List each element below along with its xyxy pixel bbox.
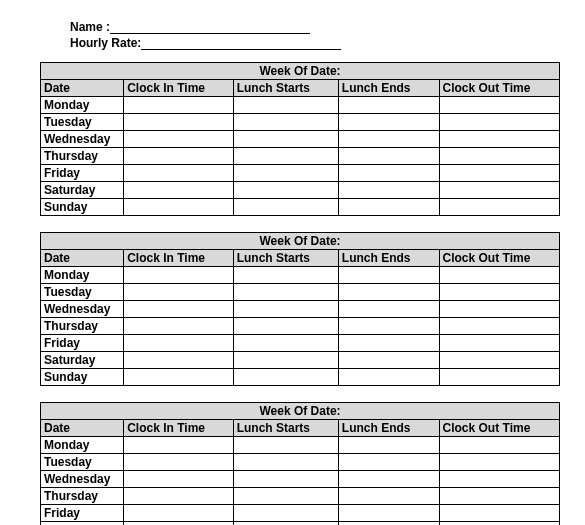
lunch-start-cell[interactable] [233, 488, 338, 505]
clock-out-cell[interactable] [439, 284, 559, 301]
table-row: Sunday [41, 199, 560, 216]
day-cell: Friday [41, 335, 124, 352]
day-cell: Monday [41, 267, 124, 284]
clock-in-cell[interactable] [124, 97, 233, 114]
lunch-end-cell[interactable] [338, 522, 439, 526]
table-row: Monday [41, 267, 560, 284]
table-row: Thursday [41, 148, 560, 165]
lunch-end-cell[interactable] [338, 369, 439, 386]
name-input-line[interactable] [110, 20, 310, 34]
lunch-start-cell[interactable] [233, 182, 338, 199]
lunch-end-cell[interactable] [338, 488, 439, 505]
clock-out-cell[interactable] [439, 165, 559, 182]
clock-out-cell[interactable] [439, 148, 559, 165]
lunch-end-cell[interactable] [338, 148, 439, 165]
lunch-end-cell[interactable] [338, 182, 439, 199]
day-cell: Tuesday [41, 284, 124, 301]
clock-in-cell[interactable] [124, 335, 233, 352]
clock-out-cell[interactable] [439, 471, 559, 488]
clock-out-cell[interactable] [439, 97, 559, 114]
lunch-end-cell[interactable] [338, 454, 439, 471]
day-cell: Wednesday [41, 471, 124, 488]
rate-input-line[interactable] [141, 36, 341, 50]
day-cell: Thursday [41, 488, 124, 505]
clock-out-cell[interactable] [439, 352, 559, 369]
lunch-end-cell[interactable] [338, 131, 439, 148]
table-row: Tuesday [41, 114, 560, 131]
clock-in-cell[interactable] [124, 369, 233, 386]
lunch-start-cell[interactable] [233, 318, 338, 335]
clock-in-cell[interactable] [124, 199, 233, 216]
clock-in-cell[interactable] [124, 454, 233, 471]
clock-out-cell[interactable] [439, 454, 559, 471]
lunch-start-cell[interactable] [233, 454, 338, 471]
day-cell: Thursday [41, 148, 124, 165]
lunch-end-cell[interactable] [338, 352, 439, 369]
lunch-start-cell[interactable] [233, 97, 338, 114]
clock-out-cell[interactable] [439, 182, 559, 199]
lunch-start-cell[interactable] [233, 437, 338, 454]
clock-in-cell[interactable] [124, 522, 233, 526]
lunch-end-cell[interactable] [338, 114, 439, 131]
lunch-start-cell[interactable] [233, 352, 338, 369]
clock-in-cell[interactable] [124, 267, 233, 284]
lunch-start-cell[interactable] [233, 267, 338, 284]
clock-out-cell[interactable] [439, 267, 559, 284]
clock-in-cell[interactable] [124, 301, 233, 318]
clock-in-cell[interactable] [124, 182, 233, 199]
clock-out-cell[interactable] [439, 199, 559, 216]
table-row: Saturday [41, 522, 560, 526]
lunch-start-cell[interactable] [233, 165, 338, 182]
day-cell: Saturday [41, 522, 124, 526]
lunch-start-cell[interactable] [233, 369, 338, 386]
lunch-end-cell[interactable] [338, 335, 439, 352]
lunch-start-cell[interactable] [233, 114, 338, 131]
clock-in-cell[interactable] [124, 131, 233, 148]
lunch-start-cell[interactable] [233, 471, 338, 488]
clock-out-cell[interactable] [439, 114, 559, 131]
lunch-end-cell[interactable] [338, 97, 439, 114]
clock-in-cell[interactable] [124, 471, 233, 488]
clock-out-cell[interactable] [439, 369, 559, 386]
lunch-start-cell[interactable] [233, 522, 338, 526]
lunch-start-cell[interactable] [233, 301, 338, 318]
lunch-end-cell[interactable] [338, 199, 439, 216]
clock-in-cell[interactable] [124, 488, 233, 505]
lunch-start-cell[interactable] [233, 131, 338, 148]
lunch-start-cell[interactable] [233, 284, 338, 301]
column-header-lunch-ends: Lunch Ends [338, 420, 439, 437]
clock-out-cell[interactable] [439, 318, 559, 335]
clock-in-cell[interactable] [124, 148, 233, 165]
clock-out-cell[interactable] [439, 131, 559, 148]
lunch-start-cell[interactable] [233, 335, 338, 352]
day-cell: Wednesday [41, 301, 124, 318]
lunch-end-cell[interactable] [338, 505, 439, 522]
clock-in-cell[interactable] [124, 284, 233, 301]
clock-in-cell[interactable] [124, 114, 233, 131]
clock-in-cell[interactable] [124, 352, 233, 369]
table-row: Wednesday [41, 131, 560, 148]
clock-out-cell[interactable] [439, 505, 559, 522]
lunch-end-cell[interactable] [338, 437, 439, 454]
lunch-end-cell[interactable] [338, 471, 439, 488]
lunch-start-cell[interactable] [233, 199, 338, 216]
lunch-end-cell[interactable] [338, 318, 439, 335]
day-cell: Tuesday [41, 114, 124, 131]
clock-in-cell[interactable] [124, 505, 233, 522]
lunch-end-cell[interactable] [338, 301, 439, 318]
clock-in-cell[interactable] [124, 437, 233, 454]
lunch-end-cell[interactable] [338, 284, 439, 301]
lunch-end-cell[interactable] [338, 267, 439, 284]
lunch-start-cell[interactable] [233, 505, 338, 522]
clock-out-cell[interactable] [439, 488, 559, 505]
lunch-start-cell[interactable] [233, 148, 338, 165]
lunch-end-cell[interactable] [338, 165, 439, 182]
clock-out-cell[interactable] [439, 301, 559, 318]
clock-out-cell[interactable] [439, 335, 559, 352]
table-row: Tuesday [41, 454, 560, 471]
clock-in-cell[interactable] [124, 318, 233, 335]
clock-out-cell[interactable] [439, 522, 559, 526]
week-table: Week Of Date:DateClock In TimeLunch Star… [40, 62, 560, 216]
clock-out-cell[interactable] [439, 437, 559, 454]
clock-in-cell[interactable] [124, 165, 233, 182]
